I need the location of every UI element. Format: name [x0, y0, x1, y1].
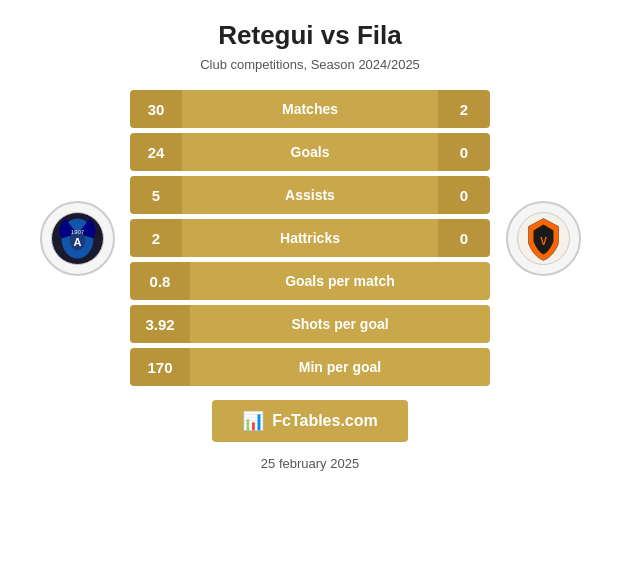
- stat-row-assists: 5Assists0: [130, 176, 490, 214]
- page-title: Retegui vs Fila: [218, 20, 402, 51]
- stat-row-shots-per-goal: 3.92Shots per goal: [130, 305, 490, 343]
- team-logo-right: V: [498, 201, 588, 276]
- stat-right-hattricks: 0: [438, 219, 490, 257]
- footer-date: 25 february 2025: [261, 456, 359, 471]
- comparison-area: A 1907 30Matches224Goals05Assists02Hattr…: [10, 90, 610, 386]
- stats-area: 30Matches224Goals05Assists02Hattricks00.…: [130, 90, 490, 386]
- venezia-logo: V: [506, 201, 581, 276]
- page-container: Retegui vs Fila Club competitions, Seaso…: [0, 0, 620, 580]
- stat-label-assists: Assists: [182, 176, 438, 214]
- atalanta-logo: A 1907: [40, 201, 115, 276]
- fctables-text: FcTables.com: [272, 412, 378, 430]
- stat-row-min-per-goal: 170Min per goal: [130, 348, 490, 386]
- stat-right-assists: 0: [438, 176, 490, 214]
- svg-text:V: V: [540, 235, 547, 246]
- stat-label-min-per-goal: Min per goal: [190, 348, 490, 386]
- stat-right-goals: 0: [438, 133, 490, 171]
- fctables-banner: 📊 FcTables.com: [212, 400, 408, 442]
- team-logo-left: A 1907: [32, 201, 122, 276]
- stat-value-min-per-goal: 170: [130, 348, 190, 386]
- stat-left-matches: 30: [130, 90, 182, 128]
- stat-label-hattricks: Hattricks: [182, 219, 438, 257]
- stat-label-goals: Goals: [182, 133, 438, 171]
- svg-text:A: A: [73, 235, 81, 247]
- stat-left-assists: 5: [130, 176, 182, 214]
- stat-value-shots-per-goal: 3.92: [130, 305, 190, 343]
- stat-label-matches: Matches: [182, 90, 438, 128]
- stat-value-goals-per-match: 0.8: [130, 262, 190, 300]
- stat-right-matches: 2: [438, 90, 490, 128]
- stat-row-goals: 24Goals0: [130, 133, 490, 171]
- stat-row-matches: 30Matches2: [130, 90, 490, 128]
- fctables-icon: 📊: [242, 410, 264, 432]
- svg-text:1907: 1907: [70, 228, 84, 234]
- page-subtitle: Club competitions, Season 2024/2025: [200, 57, 420, 72]
- stat-label-goals-per-match: Goals per match: [190, 262, 490, 300]
- stat-left-goals: 24: [130, 133, 182, 171]
- stat-left-hattricks: 2: [130, 219, 182, 257]
- stat-row-hattricks: 2Hattricks0: [130, 219, 490, 257]
- stat-row-goals-per-match: 0.8Goals per match: [130, 262, 490, 300]
- stat-label-shots-per-goal: Shots per goal: [190, 305, 490, 343]
